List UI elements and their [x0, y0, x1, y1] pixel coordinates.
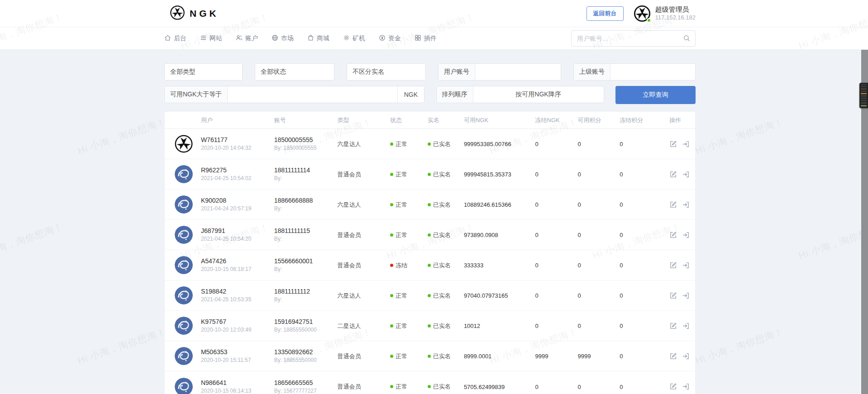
login-as-icon[interactable]: [682, 261, 690, 269]
edit-icon[interactable]: [669, 201, 677, 209]
user-account-label: 用户账号: [439, 64, 475, 80]
main-nav: 后台 网站 账户 市场 商城 矿机: [0, 27, 868, 50]
available-points: 0: [577, 171, 581, 178]
nav-item-mall[interactable]: 商城: [307, 34, 329, 43]
status-dot: [390, 324, 393, 328]
status-text: 正常: [396, 201, 407, 208]
query-button[interactable]: 立即查询: [615, 86, 696, 104]
col-frozen-ngk: 冻结NGK: [535, 116, 578, 124]
status-text: 正常: [396, 232, 407, 238]
col-realname: 实名: [428, 116, 464, 124]
search-input[interactable]: [571, 30, 696, 47]
frozen-points: 0: [620, 232, 623, 238]
login-as-icon[interactable]: [682, 171, 690, 178]
frozen-points: 0: [620, 171, 623, 178]
realname-select[interactable]: 不区分实名: [347, 63, 426, 81]
member-type: 六星达人: [337, 292, 361, 299]
frozen-ngk: 0: [535, 384, 539, 390]
sort-label: 排列顺序: [437, 86, 473, 103]
user-avatar: [175, 317, 193, 335]
status-dot: [390, 294, 393, 297]
available-points: 0: [577, 201, 581, 208]
edit-icon[interactable]: [669, 383, 677, 390]
table-row: K975767 2020-10-20 12:03:49 15916942751 …: [165, 311, 695, 341]
parent-account-input[interactable]: [610, 64, 695, 80]
col-frozen-points: 冻结积分: [620, 116, 669, 124]
table-row: W761177 2020-10-20 14:04:32 18500005555 …: [165, 129, 695, 159]
referrer: By:: [274, 296, 338, 304]
type-select[interactable]: 全部类型: [164, 63, 243, 81]
realname-dot: [428, 385, 431, 388]
realname-dot: [428, 294, 431, 297]
edit-icon[interactable]: [669, 171, 677, 178]
status-text: 正常: [396, 171, 407, 178]
parent-account-label: 上级账号: [574, 64, 610, 80]
sort-select[interactable]: 按可用NGK降序: [473, 86, 604, 103]
register-time: 2021-04-25 10:54:20: [201, 235, 274, 243]
brand: NGK: [164, 5, 219, 22]
login-as-icon[interactable]: [682, 140, 690, 148]
coin-icon: [379, 34, 386, 43]
available-points: 9999: [577, 353, 591, 360]
login-as-icon[interactable]: [682, 352, 690, 360]
login-as-icon[interactable]: [682, 231, 690, 239]
status-text: 正常: [396, 323, 407, 329]
col-operations: 操作: [669, 116, 695, 124]
member-type: 普通会员: [337, 353, 361, 360]
edit-icon[interactable]: [669, 322, 677, 330]
nav-item-miners[interactable]: 矿机: [343, 34, 365, 43]
users-table: 用户 账号 类型 状态 实名 可用NGK 冻结NGK 可用积分 冻结积分 操作: [164, 111, 696, 394]
table-row: J687991 2021-04-25 10:54:20 18811111115 …: [165, 220, 695, 250]
edit-icon[interactable]: [669, 231, 677, 239]
frozen-points: 0: [620, 292, 623, 299]
col-status: 状态: [390, 116, 428, 124]
frozen-points: 0: [620, 323, 623, 329]
user-account-input[interactable]: [475, 64, 561, 80]
admin-ip: 117.152.16.182: [655, 14, 696, 21]
login-as-icon[interactable]: [682, 322, 690, 330]
status-dot: [390, 355, 393, 358]
register-time: 2020-10-20 14:04:32: [201, 144, 274, 152]
register-time: 2021-04-24 20:57:19: [201, 205, 274, 213]
register-time: 2021-04-25 10:54:02: [201, 175, 274, 182]
referrer: By:: [274, 235, 338, 243]
nav-item-backend[interactable]: 后台: [164, 34, 186, 43]
nav-item-accounts[interactable]: 账户: [236, 34, 258, 43]
search-icon[interactable]: [683, 34, 691, 44]
nav-item-market[interactable]: 市场: [272, 34, 294, 43]
ngk-gte-input[interactable]: [228, 86, 397, 103]
realname-text: 已实名: [433, 201, 451, 208]
username: W761177: [201, 135, 274, 144]
edit-icon[interactable]: [669, 261, 677, 269]
username: N986641: [201, 378, 274, 387]
available-points: 0: [577, 141, 581, 147]
login-as-icon[interactable]: [682, 292, 690, 299]
account-number: 18656665565: [274, 378, 338, 387]
username: K900208: [201, 196, 274, 205]
list-icon: [200, 34, 207, 43]
realname-text: 已实名: [433, 292, 451, 299]
nav-item-website[interactable]: 网站: [200, 34, 222, 43]
login-as-icon[interactable]: [682, 383, 690, 390]
back-to-front-button[interactable]: 返回前台: [587, 6, 624, 21]
nav-item-funds[interactable]: 资金: [379, 34, 401, 43]
frozen-ngk: 0: [535, 141, 539, 147]
realname-text: 已实名: [433, 323, 451, 329]
available-ngk: 8999.0001: [464, 353, 491, 360]
realname-dot: [428, 142, 431, 146]
cart-icon: [307, 34, 314, 43]
status-select[interactable]: 全部状态: [255, 63, 334, 81]
admin-profile[interactable]: 超级管理员 117.152.16.182: [634, 5, 696, 22]
login-as-icon[interactable]: [682, 201, 690, 209]
register-time: 2021-04-25 10:53:35: [201, 296, 274, 304]
status-text: 正常: [396, 353, 407, 360]
account-number: 18866668888: [274, 196, 338, 205]
username: J687991: [201, 226, 274, 235]
edit-icon[interactable]: [669, 352, 677, 360]
user-avatar: [175, 226, 193, 244]
nav-item-plugins[interactable]: 插件: [415, 34, 437, 43]
minimap-widget[interactable]: [859, 83, 868, 108]
edit-icon[interactable]: [669, 140, 677, 148]
parent-account-group: 上级账号: [573, 63, 696, 81]
edit-icon[interactable]: [669, 292, 677, 299]
